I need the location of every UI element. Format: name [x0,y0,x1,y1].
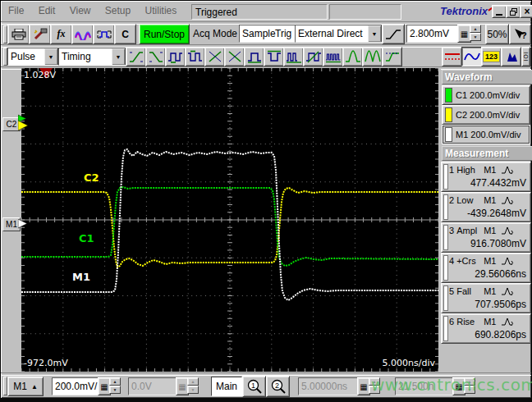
tools-button[interactable] [29,24,51,44]
pulse-train-measure-button[interactable] [323,47,343,66]
measurement-item-low[interactable]: 2 Low M1 -439.2648mV [441,192,531,222]
menu-view[interactable]: View [64,2,97,19]
horizontal-main-button[interactable]: Main [211,377,242,396]
window-bottom-frame [0,398,532,402]
step-up-icon[interactable]: ▲ [109,377,121,386]
chevron-down-icon[interactable]: ▼ [367,25,382,43]
trigger-status-box: Triggered [191,4,328,20]
waveform-button-m1[interactable]: M1 200.0mV/div [442,125,530,144]
trig-level-field[interactable]: 2.800mV [406,25,462,43]
chevron-down-icon[interactable]: ▼ [111,48,126,66]
measure-class-select[interactable]: Pulse ▼ [7,48,59,66]
vertical-offset-stepper: ▲ ▼ [187,377,199,394]
measurement-source: M1 [484,195,496,205]
measurement-index: 4 [449,256,454,266]
waveform-panel-title: Waveform [445,71,493,83]
histogram-button[interactable] [501,47,521,66]
menu-file[interactable]: File [2,2,30,19]
duty-measure-button[interactable] [303,47,323,66]
up-arrow-icon: ▲ [31,383,38,391]
zoom-1-button[interactable]: 1 [242,376,266,397]
tektronix-logo: Tektronix [440,5,488,17]
m1-marker-arrow-icon[interactable] [18,219,29,229]
print-button[interactable] [7,24,30,44]
vertical-scale-field[interactable]: 200.0mV/ [52,377,104,395]
pos-pulse-measure-button[interactable] [244,47,264,66]
minimize-icon [496,14,502,16]
display-dock-handle[interactable]: IOI [521,47,530,66]
measurement-toolbar: Pulse ▼ Timing ▼ [1,46,531,66]
menu-bar: File Edit View Setup Utilities Help Trig… [2,2,530,21]
run-stop-button[interactable]: Run/Stop [139,24,190,44]
zoom-2-button[interactable]: 2 [266,376,290,397]
peak-measure-button[interactable] [342,47,363,66]
burst-measure-button[interactable] [283,47,304,66]
trig-label: Trig [275,28,291,39]
peak-icon [345,50,361,63]
rise-time-measure-button[interactable] [126,47,146,66]
neg-pulse-measure-button[interactable] [264,47,284,66]
keypad-icon: ▦ [100,382,108,391]
neg-width-measure-button[interactable] [185,47,205,66]
fall-time-icon [148,50,164,63]
c2-marker-arrow-icon[interactable] [18,114,30,132]
pos-width-icon [167,50,184,63]
measurement-item-ampl[interactable]: 3 Ampl M1 916.7080mV [441,222,531,253]
measurement-name: Low [456,195,484,205]
context-help-button[interactable]: ? [509,24,531,44]
step-down-icon[interactable]: ▼ [470,33,481,41]
restore-button[interactable] [506,5,521,18]
waveform-display-button[interactable] [461,47,482,66]
measurement-value: 690.8206ps [475,329,526,340]
trig-level-stepper[interactable]: ▲ ▼ [470,25,481,41]
m1-color-swatch [445,127,452,142]
readouts-button[interactable]: 123 [481,47,502,66]
vertical-scale-stepper[interactable]: ▲ ▼ [109,377,121,394]
measurement-item-rise[interactable]: 6 Rise M1 690.8206ps [441,313,531,344]
menu-utilities[interactable]: Utilities [140,2,183,19]
menu-edit[interactable]: Edit [33,2,62,19]
channel-select-button[interactable]: M1 ▲ [7,377,44,396]
bottom-voltage-readout: -972.0mV [24,358,68,368]
waveform-button[interactable] [71,24,94,44]
measurement-item-pcrs[interactable]: 4 +Crs M1 29.56066ns [441,253,531,283]
close-button[interactable]: × [520,5,532,18]
dock-handle-icon: IOI [523,52,529,62]
measure-type-select[interactable]: Timing ▼ [58,48,126,66]
settle-measure-button[interactable] [382,47,402,66]
waveform-button-c1[interactable]: C1 200.0mV/div [442,85,530,105]
fall-time-measure-button[interactable] [145,47,166,66]
cursors-button[interactable] [442,47,462,66]
pulse-icon [501,195,514,205]
pos-cross-measure-button[interactable] [204,47,225,66]
measurement-item-high[interactable]: 1 High M1 477.4432mV [441,162,531,192]
pos-width-measure-button[interactable] [165,47,186,66]
math-function-button[interactable]: fx [50,24,72,44]
chevron-down-icon[interactable]: ▼ [44,48,58,66]
trigger-status-text: Triggered [195,7,237,18]
waveform-display[interactable]: 1.028V -972.0mV 5.000ns/div C2 C1 M1 [21,68,438,372]
pos-pulse-icon [246,50,263,63]
set-50-percent-button[interactable]: 50% [485,24,509,44]
neg-cross-measure-button[interactable] [224,47,245,66]
step-down-icon[interactable]: ▼ [109,386,121,394]
trig-source-select[interactable]: External Direct ▼ [295,25,383,43]
minimize-button[interactable] [492,5,507,18]
trig-slope-button[interactable] [382,24,405,44]
source-color-strip [443,164,448,190]
trace-label-c1: C1 [79,232,94,244]
source-color-strip [443,194,448,220]
site-watermark: www.cntronics.com [371,375,532,395]
waveform-button-c2[interactable]: C2 200.0mV/div [442,105,530,125]
two-peaks-measure-button[interactable] [362,47,383,66]
channel-c-button[interactable]: C [114,24,136,44]
acq-mode-label: Acq Mode [193,28,237,39]
pulse-measure-button[interactable] [93,24,115,44]
vertical-offset-value: 0.0V [131,381,152,392]
m1-scale-label: M1 200.0mV/div [456,130,521,139]
magnifier-2-icon: 2 [270,379,287,395]
menu-setup[interactable]: Setup [99,2,136,19]
measurement-index: 5 [449,286,454,296]
step-up-icon[interactable]: ▲ [470,25,481,33]
measurement-item-fall[interactable]: 5 Fall M1 707.9506ps [441,283,531,313]
